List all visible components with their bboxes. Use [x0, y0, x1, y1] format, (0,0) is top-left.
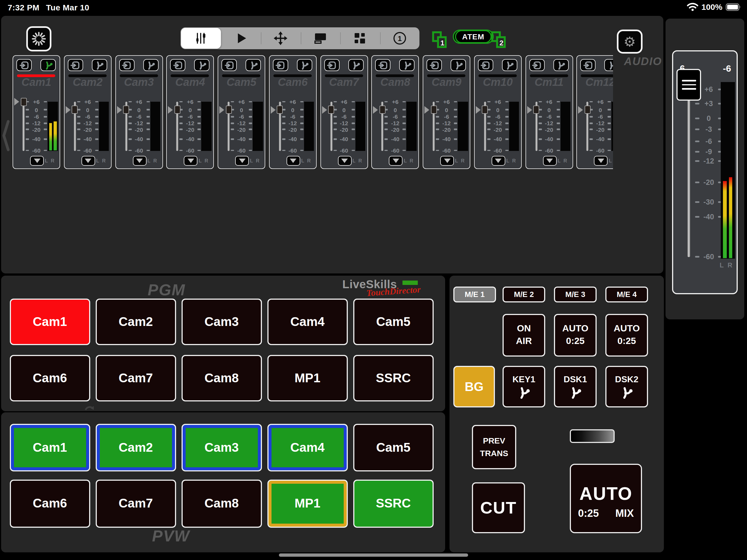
- fader-handle[interactable]: [585, 105, 591, 114]
- pgm-source-ssrc[interactable]: SSRC: [353, 355, 433, 401]
- afv-button[interactable]: [502, 59, 517, 71]
- afv-button[interactable]: [246, 59, 261, 71]
- fader-handle[interactable]: [431, 105, 437, 114]
- fader-handle[interactable]: [175, 105, 180, 114]
- afv-button[interactable]: [41, 59, 56, 71]
- fader-handle[interactable]: [277, 105, 283, 114]
- input-select-button[interactable]: [529, 59, 544, 71]
- pgm-source-cam3[interactable]: Cam3: [182, 299, 262, 345]
- input-select-button[interactable]: [119, 59, 134, 71]
- segment-circle-1[interactable]: 1: [380, 27, 419, 49]
- auto-transition-button[interactable]: AUTO 0:25 MIX: [570, 464, 642, 533]
- afv-button[interactable]: [553, 59, 568, 71]
- pgm-source-cam7[interactable]: Cam7: [96, 355, 176, 401]
- pvw-source-cam2[interactable]: Cam2: [96, 424, 176, 471]
- on-air-button[interactable]: ON AIR: [503, 314, 545, 357]
- home-indicator[interactable]: [279, 554, 468, 556]
- auto-dsk-button[interactable]: AUTO 0:25: [606, 314, 648, 357]
- input-select-button[interactable]: [427, 59, 442, 71]
- master-fader-track[interactable]: [687, 100, 690, 257]
- tab-me1[interactable]: M/E 1: [453, 286, 496, 302]
- afv-button[interactable]: [348, 59, 363, 71]
- pgm-source-cam5[interactable]: Cam5: [353, 299, 433, 345]
- channel-options-button[interactable]: [389, 156, 403, 166]
- pvw-source-cam6[interactable]: Cam6: [10, 479, 90, 528]
- fader-track[interactable]: [22, 102, 25, 151]
- pvw-source-cam8[interactable]: Cam8: [182, 479, 262, 528]
- input-select-button[interactable]: [222, 59, 237, 71]
- pgm-source-cam2[interactable]: Cam2: [96, 299, 176, 345]
- input-select-button[interactable]: [68, 59, 83, 71]
- master-fader-handle[interactable]: [676, 69, 701, 101]
- input-select-button[interactable]: [581, 59, 596, 71]
- auto-key-button[interactable]: AUTO 0:25: [554, 314, 597, 357]
- pgm-source-cam4[interactable]: Cam4: [267, 299, 347, 345]
- channel-options-button[interactable]: [184, 156, 198, 166]
- pgm-source-mp1[interactable]: MP1: [267, 355, 347, 401]
- segment-play[interactable]: [221, 27, 261, 49]
- afv-button[interactable]: [297, 59, 312, 71]
- channel-options-button[interactable]: [338, 156, 351, 166]
- status-right: 100%: [687, 2, 742, 11]
- input-select-button[interactable]: [17, 59, 32, 71]
- fader-handle[interactable]: [482, 105, 488, 114]
- pvw-source-cam1[interactable]: Cam1: [10, 424, 90, 471]
- atem-button[interactable]: ATEM: [453, 29, 493, 44]
- tab-me3[interactable]: M/E 3: [554, 286, 597, 302]
- fader-handle[interactable]: [226, 105, 232, 114]
- input-select-button[interactable]: [478, 59, 493, 71]
- switcher-connection-2-icon[interactable]: 2: [491, 30, 506, 50]
- tab-me4[interactable]: M/E 4: [606, 286, 648, 302]
- afv-button[interactable]: [400, 59, 415, 71]
- channel-options-button[interactable]: [81, 156, 95, 166]
- channel-options-button[interactable]: [287, 156, 300, 166]
- afv-button[interactable]: [195, 59, 210, 71]
- prev-trans-button[interactable]: PREV TRANS: [472, 425, 516, 469]
- channel-options-button[interactable]: [235, 156, 249, 166]
- fader-handle[interactable]: [72, 105, 78, 114]
- pgm-source-cam6[interactable]: Cam6: [10, 355, 90, 401]
- dsk2-button[interactable]: DSK2: [606, 366, 648, 407]
- fader-handle[interactable]: [21, 98, 27, 106]
- pvw-source-ssrc[interactable]: SSRC: [353, 479, 433, 528]
- fader-handle[interactable]: [328, 105, 334, 114]
- tab-me2[interactable]: M/E 2: [503, 286, 545, 302]
- segment-multiview[interactable]: [340, 27, 380, 49]
- settings-gear-button[interactable]: ⚙: [617, 29, 643, 54]
- dsk1-button[interactable]: DSK1: [554, 366, 597, 407]
- channel-options-button[interactable]: [543, 156, 557, 166]
- pvw-source-cam5[interactable]: Cam5: [353, 424, 433, 471]
- afv-button[interactable]: [92, 59, 107, 71]
- fader-handle[interactable]: [380, 105, 386, 114]
- pvw-source-mp1[interactable]: MP1: [267, 479, 347, 528]
- scroll-left-chevron-icon[interactable]: [2, 120, 10, 152]
- afv-button[interactable]: [450, 59, 466, 71]
- channel-options-button[interactable]: [133, 156, 146, 166]
- cut-button[interactable]: CUT: [472, 482, 525, 533]
- input-select-button[interactable]: [376, 59, 391, 71]
- channel-options-button[interactable]: [492, 156, 505, 166]
- segment-faders[interactable]: [181, 28, 221, 49]
- channel-options-button[interactable]: [440, 156, 454, 166]
- segment-move[interactable]: [261, 27, 301, 49]
- afv-button[interactable]: [604, 59, 613, 71]
- fader-handle[interactable]: [123, 105, 129, 114]
- bg-button[interactable]: BG: [453, 366, 495, 407]
- pvw-source-cam3[interactable]: Cam3: [182, 424, 262, 471]
- pvw-source-cam4[interactable]: Cam4: [267, 424, 347, 471]
- channel-options-button[interactable]: [30, 156, 44, 166]
- input-select-button[interactable]: [324, 59, 339, 71]
- key1-button[interactable]: KEY1: [503, 366, 545, 407]
- audio-settings-button[interactable]: [26, 26, 51, 51]
- afv-button[interactable]: [143, 59, 158, 71]
- input-select-button[interactable]: [273, 59, 288, 71]
- channel-options-button[interactable]: [594, 156, 608, 166]
- transition-slider[interactable]: [570, 429, 615, 443]
- switcher-connection-1-icon[interactable]: 1: [432, 30, 447, 50]
- fader-handle[interactable]: [533, 105, 539, 114]
- input-select-button[interactable]: [170, 59, 186, 71]
- pgm-source-cam8[interactable]: Cam8: [182, 355, 262, 401]
- pvw-source-cam7[interactable]: Cam7: [96, 479, 176, 528]
- pgm-source-cam1[interactable]: Cam1: [10, 299, 90, 345]
- segment-pip[interactable]: [301, 27, 340, 49]
